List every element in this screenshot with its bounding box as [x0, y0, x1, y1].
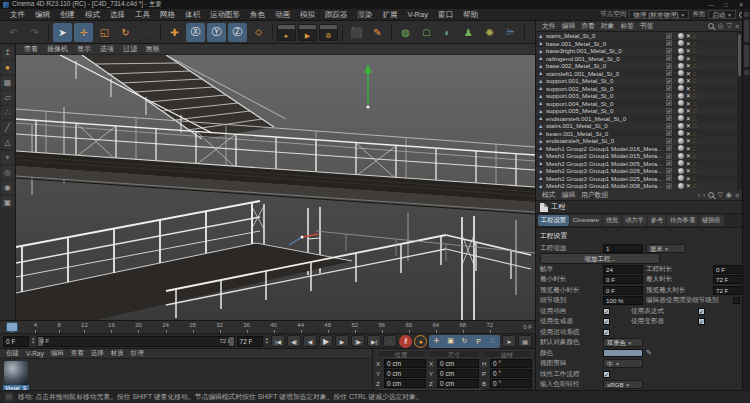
phong-tag-icon[interactable]	[678, 123, 684, 129]
preview-max-field[interactable]: 72 F	[713, 286, 742, 295]
play-sound-icon[interactable]: ♪	[383, 335, 397, 347]
viewport-menu-item[interactable]: 面板	[142, 44, 164, 54]
goto-start-icon[interactable]: |◀	[271, 335, 285, 347]
object-enabled-check[interactable]: ✓	[666, 33, 672, 39]
phong-tag-icon[interactable]	[678, 183, 684, 189]
scale-project-button[interactable]: 缩放工程...	[540, 253, 660, 264]
size-z-field[interactable]: 0 cm	[437, 379, 479, 388]
color-picker-icon[interactable]: ✎	[646, 349, 652, 357]
object-enabled-check[interactable]: ✓	[666, 145, 672, 151]
use-expressions-checkbox[interactable]: ✓	[698, 308, 705, 315]
menu-item[interactable]: 选择	[105, 10, 130, 20]
object-row[interactable]: ▲ support.005_Metal_St_0 ✓ : ✕ ∴	[536, 107, 742, 115]
selection-tag-icon[interactable]: ∴	[693, 122, 697, 129]
layout-dropdown[interactable]: 启动 ▼	[708, 10, 736, 19]
menu-item[interactable]: 运动图形	[205, 10, 245, 20]
selection-tag-icon[interactable]: ∴	[693, 175, 697, 182]
object-enabled-check[interactable]: ✓	[666, 85, 672, 91]
object-enabled-check[interactable]: ✓	[666, 175, 672, 181]
visibility-dots[interactable]: :	[674, 55, 676, 61]
max-time-field[interactable]: 72 F	[713, 275, 742, 284]
om-filter-icon[interactable]: ▽	[727, 22, 732, 30]
object-menu-item[interactable]: 对象	[598, 21, 618, 31]
record-keyframe-icon[interactable]: ⚷	[399, 335, 412, 348]
viewport-scene[interactable]	[16, 55, 535, 320]
prev-frame-icon[interactable]: ◀	[303, 335, 317, 347]
phong-tag-icon[interactable]	[678, 78, 684, 84]
dock-tab[interactable]	[744, 45, 749, 67]
viewport-solo-icon[interactable]: ◎	[1, 166, 14, 179]
uvw-tag-icon[interactable]: ✕	[686, 70, 691, 77]
phong-tag-icon[interactable]	[678, 33, 684, 39]
render-picture-viewer-icon[interactable]: ▶	[298, 24, 317, 41]
view-clipping-dropdown[interactable]: 中 ▼	[603, 359, 643, 368]
phong-tag-icon[interactable]	[678, 55, 684, 61]
texture-mode-icon[interactable]: ▦	[1, 76, 14, 89]
project-duration-field[interactable]: 0 F	[713, 265, 742, 274]
viewport-menu-item[interactable]: 过滤	[119, 44, 141, 54]
linear-workflow-checkbox[interactable]: ✓	[603, 371, 610, 378]
phong-tag-icon[interactable]	[678, 115, 684, 121]
object-row[interactable]: ▲ endstairsleft_Metal_St_0 ✓ : ✕ ∴	[536, 137, 742, 145]
edges-mode-icon[interactable]: ╱	[1, 121, 14, 134]
visibility-dots[interactable]: :	[674, 175, 676, 181]
menu-item[interactable]: 体积	[180, 10, 205, 20]
coordinate-system-icon[interactable]: ⬦	[249, 23, 268, 42]
am-filter-icon[interactable]: ▽	[717, 191, 722, 199]
visibility-dots[interactable]: :	[674, 168, 676, 174]
phong-tag-icon[interactable]	[678, 70, 684, 76]
menu-item[interactable]: 创建	[55, 10, 80, 20]
uvw-tag-icon[interactable]: ✕	[686, 62, 691, 69]
move-tool-icon[interactable]: ✛	[74, 23, 93, 42]
size-y-field[interactable]: 0 cm	[437, 369, 479, 378]
deformer-icon[interactable]: ☖	[417, 23, 436, 42]
use-deformers-checkbox[interactable]: ✓	[698, 318, 705, 325]
visibility-dots[interactable]: :	[674, 145, 676, 151]
live-selection-icon[interactable]: ➤	[53, 23, 72, 42]
phong-tag-icon[interactable]	[678, 160, 684, 166]
selection-tag-icon[interactable]: ∴	[693, 137, 697, 144]
material-menu-item[interactable]: 查看	[68, 349, 87, 358]
object-enabled-check[interactable]: ✓	[666, 160, 672, 166]
uvw-tag-icon[interactable]: ✕	[686, 32, 691, 39]
uvw-tag-icon[interactable]: ✕	[686, 85, 691, 92]
phong-tag-icon[interactable]	[678, 138, 684, 144]
uvw-tag-icon[interactable]: ✕	[686, 55, 691, 62]
tab-reference[interactable]: 参考	[648, 215, 666, 226]
uvw-tag-icon[interactable]: ✕	[686, 107, 691, 114]
object-enabled-check[interactable]: ✓	[666, 40, 672, 46]
material-menu-item[interactable]: 纹理	[128, 349, 147, 358]
phong-tag-icon[interactable]	[678, 100, 684, 106]
key-parameter-icon[interactable]: P	[472, 336, 485, 347]
lod-field[interactable]: 100 %	[603, 296, 643, 305]
visibility-dots[interactable]: :	[674, 160, 676, 166]
visibility-dots[interactable]: :	[674, 48, 676, 54]
object-enabled-check[interactable]: ✓	[666, 183, 672, 189]
snap-icon[interactable]: ◉	[1, 181, 14, 194]
am-options-icon[interactable]: ≡	[735, 192, 739, 199]
object-enabled-check[interactable]: ✓	[666, 63, 672, 69]
min-time-field[interactable]: 0 F	[603, 275, 643, 284]
selection-tag-icon[interactable]: ∴	[693, 100, 697, 107]
visibility-dots[interactable]: :	[674, 100, 676, 106]
rot-p-field[interactable]: 0 °	[490, 369, 532, 378]
object-enabled-check[interactable]: ✓	[666, 78, 672, 84]
uvw-tag-icon[interactable]: ✕	[686, 122, 691, 129]
selection-tag-icon[interactable]: ∴	[693, 182, 697, 189]
phong-tag-icon[interactable]	[678, 48, 684, 54]
fps-field[interactable]: 24	[603, 265, 643, 274]
next-key-icon[interactable]: |▶	[351, 335, 365, 347]
object-row[interactable]: ▲ Mesh2 Group3 Group1 Model.005_Metal_St…	[536, 160, 742, 168]
selection-tag-icon[interactable]: ∴	[693, 85, 697, 92]
preview-min-field[interactable]: 0 F	[603, 286, 643, 295]
material-menu-item[interactable]: V-Ray	[23, 350, 47, 357]
prev-key-icon[interactable]: ◀|	[287, 335, 301, 347]
object-enabled-check[interactable]: ✓	[666, 70, 672, 76]
environment-icon[interactable]: ◐	[438, 23, 457, 42]
selection-tag-icon[interactable]: ∴	[693, 160, 697, 167]
phong-tag-icon[interactable]	[678, 108, 684, 114]
dock-filter-icon[interactable]	[744, 12, 749, 17]
tab-cineware[interactable]: Cineware	[570, 215, 602, 226]
last-tool-icon[interactable]: ◌	[137, 23, 156, 42]
am-back-icon[interactable]: ‹	[698, 192, 700, 199]
